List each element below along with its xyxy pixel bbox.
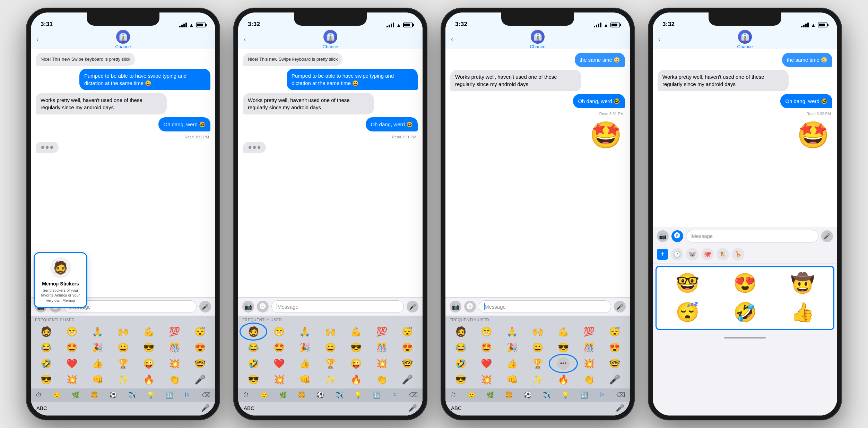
camera-button-2[interactable]: 📷 [242,301,254,313]
back-button-4[interactable]: ‹ [658,36,660,43]
emoji-3-14[interactable]: 🤣 [448,356,473,371]
emoji-1[interactable]: 😁 [59,324,84,339]
recent-sticker-tab[interactable]: 🕐 [671,248,683,260]
emoji-3-22[interactable]: 💥 [474,372,499,387]
emoji-2-1[interactable]: 😁 [267,324,292,339]
back-button-1[interactable]: ‹ [36,36,38,43]
clock-tab-1[interactable]: ⏱ [34,390,44,400]
kb-mic-2[interactable]: 🎤 [408,404,417,412]
emoji-22[interactable]: 💥 [59,372,84,387]
emoji-3-24[interactable]: ✨ [525,372,550,387]
emoji-3-21[interactable]: 😎 [448,372,473,387]
emoji-2-24[interactable]: ✨ [318,372,343,387]
emoji-17[interactable]: 🏆 [111,356,136,371]
contact-header-3[interactable]: 👔 Chance [530,30,546,49]
camera-button-4[interactable]: 📷 [657,230,669,242]
emoji-12[interactable]: 🎊 [162,340,187,355]
message-input-3[interactable]: Message [479,300,611,313]
emoji-3-5[interactable]: 💯 [576,324,601,339]
emoji-2-27[interactable]: 🎤 [395,372,420,387]
emoji-2-9[interactable]: 🎉 [292,340,317,355]
emoji-2-13[interactable]: 😍 [395,340,420,355]
input-bar-4[interactable]: 📷 🅐 iMessage 🎤 [653,227,837,245]
emoji-10[interactable]: 😀 [111,340,136,355]
emoji-2-16[interactable]: 👍 [292,356,317,371]
emoji-2-7[interactable]: 😂 [241,340,266,355]
emoji-3-10[interactable]: 😀 [525,340,550,355]
emoji-21[interactable]: 😎 [34,372,59,387]
emoji-2-25[interactable]: 🔥 [344,372,368,387]
food-tab-1[interactable]: 🍔 [88,390,100,400]
mouse-sticker[interactable]: 🐭 [686,248,698,260]
emoji-2-18[interactable]: 😜 [344,356,368,371]
emoji-3-2[interactable]: 🙏 [500,324,524,339]
delete-tab-1[interactable]: ⌫ [200,390,212,400]
kb-mic-3[interactable]: 🎤 [616,404,624,412]
input-bar-3[interactable]: 📷 🅐 Message 🎤 [445,297,630,316]
camera-button-3[interactable]: 📷 [450,301,461,313]
contact-header-4[interactable]: 👔 Chance [737,30,753,49]
emoji-2-19[interactable]: 💥 [369,356,394,371]
emoji-19[interactable]: 💥 [162,356,187,371]
nature-tab-1[interactable]: 🌿 [70,390,81,400]
sticker-cell-3[interactable]: 🤠 [774,269,831,297]
emoji-4[interactable]: 💪 [136,324,161,339]
emoji-3-4[interactable]: 💪 [551,324,576,339]
apps-button-4[interactable]: 🅐 [671,230,683,242]
emoji-2-8[interactable]: 🤩 [267,340,292,355]
emoji-20[interactable]: 🤓 [188,356,212,371]
emoji-2-12[interactable]: 🎊 [369,340,394,355]
emoji-16[interactable]: 👍 [85,356,110,371]
emoji-2-4[interactable]: 💪 [344,324,368,339]
emoji-2-3[interactable]: 🙌 [318,324,343,339]
back-button-3[interactable]: ‹ [451,36,453,43]
emoji-2-2[interactable]: 🙏 [292,324,317,339]
emoji-2-17[interactable]: 🏆 [318,356,343,371]
emoji-3-memoji[interactable]: 🧔 [448,324,473,339]
emoji-8[interactable]: 🤩 [59,340,84,355]
emoji-25[interactable]: 🔥 [136,372,161,387]
abc-label-1[interactable]: ABC [36,405,47,411]
emoji-3-11[interactable]: 😎 [551,340,576,355]
mic-button-3[interactable]: 🎤 [614,301,626,313]
emoji-3-17[interactable]: 🏆 [525,356,550,371]
abc-label-3[interactable]: ABC [451,405,462,411]
abc-label-2[interactable]: ABC [244,405,254,411]
emoji-23[interactable]: 👊 [85,372,110,387]
emoji-3-7[interactable]: 😂 [448,340,473,355]
emoji-2-15[interactable]: ❤️ [267,356,292,371]
emoji-memoji-1[interactable]: 🧔 [34,324,59,339]
emoji-memoji-2[interactable]: 🧔 [241,324,266,339]
emoji-3-26[interactable]: 👏 [576,372,601,387]
activity-tab-1[interactable]: ⚽ [107,390,119,400]
emoji-3-3[interactable]: 🙌 [525,324,550,339]
emoji-3-25[interactable]: 🔥 [551,372,576,387]
contact-header-2[interactable]: 👔 Chance [323,30,338,49]
emoji-2-26[interactable]: 👏 [369,372,394,387]
add-sticker-btn[interactable]: + [657,249,668,260]
emoji-2-5[interactable]: 💯 [369,324,394,339]
emoji-3-13[interactable]: 😍 [602,340,627,355]
message-input-2[interactable]: Message [271,300,404,313]
smiley-tab-1[interactable]: 🙂 [51,390,63,400]
back-button-2[interactable]: ‹ [244,36,246,43]
symbols-tab-1[interactable]: 🔣 [164,390,175,400]
emoji-14[interactable]: 🤣 [34,356,59,371]
emoji-2-23[interactable]: 👊 [292,372,317,387]
sticker-cell-1[interactable]: 🤓 [659,269,715,297]
flag-tab-1[interactable]: 🏳 [182,390,193,400]
travel-tab-1[interactable]: ✈️ [126,390,138,400]
input-bar-2[interactable]: 📷 🅐 Message 🎤 [238,297,423,316]
emoji-3-9[interactable]: 🎉 [500,340,524,355]
emoji-3-27[interactable]: 🎤 [602,372,627,387]
emoji-18[interactable]: 😜 [136,356,161,371]
emoji-7[interactable]: 😂 [34,340,59,355]
emoji-2-6[interactable]: 😴 [395,324,420,339]
emoji-2-10[interactable]: 😀 [318,340,343,355]
emoji-3[interactable]: 🙌 [111,324,136,339]
emoji-3-16[interactable]: 👍 [500,356,524,371]
sticker-cell-6[interactable]: 👍 [774,299,831,326]
emoji-11[interactable]: 😎 [136,340,161,355]
emoji-27[interactable]: 🎤 [188,372,212,387]
emoji-3-15[interactable]: ❤️ [474,356,499,371]
